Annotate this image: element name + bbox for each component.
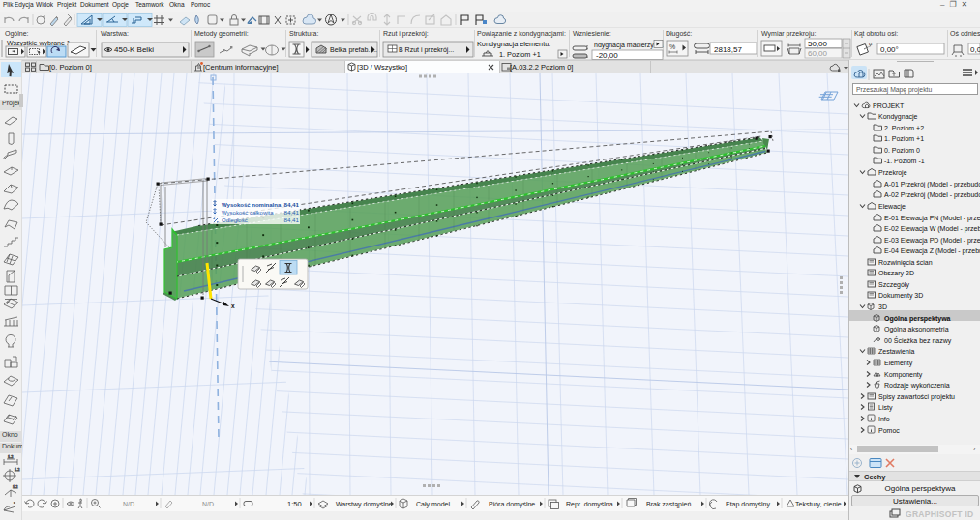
svg-text:Ogólna aksonometria: Ogólna aksonometria [884,326,949,333]
svg-text:Elewacje: Elewacje [878,203,906,211]
svg-text:Wysokość całkowita: Wysokość całkowita [222,210,274,216]
svg-text:Pióra domyślne: Pióra domyślne [489,501,535,508]
svg-text:Szczegóły: Szczegóły [878,281,909,289]
svg-text:0. Poziom 0: 0. Poziom 0 [884,147,920,154]
svg-text:B Rzut i przekrój...: B Rzut i przekrój... [399,46,454,54]
svg-text:α: α [869,41,873,46]
svg-text:50,00: 50,00 [808,40,828,48]
svg-text:Listy: Listy [878,404,893,412]
svg-text:60,00: 60,00 [808,49,828,58]
svg-text:2. Poziom +2: 2. Poziom +2 [884,125,924,131]
svg-text:1. Poziom +1: 1. Poziom +1 [499,50,541,59]
svg-text:Ogólna perspektywa: Ogólna perspektywa [884,315,951,323]
svg-text:1. Poziom +1: 1. Poziom +1 [884,135,924,142]
svg-text:Wysokość nominalna: Wysokość nominalna [222,202,282,208]
svg-text:84,41: 84,41 [284,201,300,208]
svg-text:Cały model: Cały model [416,501,450,508]
svg-text:Brak zastąpień: Brak zastąpień [646,501,691,508]
svg-text:0,00°: 0,00° [880,45,899,54]
svg-text:%: % [669,43,675,50]
svg-text:E-04 Elewacja Z (Model - przeb: E-04 Elewacja Z (Model - przebudow [884,247,980,255]
svg-text:-1. Poziom -1: -1. Poziom -1 [884,158,925,164]
svg-text:Belka prefab. ...: Belka prefab. ... [330,46,377,54]
svg-text:Rodzaje wykończenia: Rodzaje wykończenia [884,382,950,390]
svg-text:84,41: 84,41 [284,217,300,223]
svg-text:°: ° [14,501,15,506]
svg-text:Odległość: Odległość [222,217,248,223]
svg-text:Wszystkie wybrane 1: Wszystkie wybrane 1 [7,40,71,47]
svg-text:1.2: 1.2 [8,454,14,459]
svg-text:Elementy: Elementy [884,360,913,367]
svg-text:450-K Belki: 450-K Belki [114,45,154,54]
svg-text:A-02 Przekrój (Model - przebud: A-02 Przekrój (Model - przebudowani [884,191,980,199]
svg-text:Tekstury, cienie: Tekstury, cienie [795,501,842,508]
svg-text:Przekroje: Przekroje [878,169,907,177]
svg-text:Info: Info [878,416,890,422]
svg-text:Zestawienia: Zestawienia [878,348,914,355]
svg-text:0,0: 0,0 [970,45,980,54]
svg-text:Obszary 2D: Obszary 2D [878,270,914,277]
svg-text:Kondygnacje: Kondygnacje [878,113,918,121]
svg-text:Komponenty: Komponenty [884,371,923,379]
svg-text:E-02 Elewacja W (Model - przeb: E-02 Elewacja W (Model - przebudow [884,225,980,233]
svg-text:PROJEKT: PROJEKT [873,102,905,109]
svg-text:Kondygnacja elementu:: Kondygnacja elementu: [477,40,550,48]
svg-text:1.2: 1.2 [15,467,20,472]
svg-text:N/D: N/D [202,501,214,507]
svg-text:Pomoc: Pomoc [878,427,900,434]
svg-text:Dokumenty 3D: Dokumenty 3D [878,292,923,300]
svg-text:Warstwy domyślne: Warstwy domyślne [336,501,393,508]
svg-text:1:50: 1:50 [287,500,302,508]
svg-text:3D: 3D [878,303,887,310]
svg-text:N/D: N/D [123,501,134,507]
svg-text:ndygnacja macierzysta: ndygnacja macierzysta [594,42,663,49]
svg-text:00 Ścieżka bez nazwy: 00 Ścieżka bez nazwy [884,336,952,345]
svg-text:E-01 Elewacja PN (Model - prze: E-01 Elewacja PN (Model - przebudow [884,215,980,222]
svg-text:Repr. domyślna: Repr. domyślna [566,501,613,508]
svg-text:84,41: 84,41 [284,209,300,216]
svg-text:Spisy zawartości projektu: Spisy zawartości projektu [878,393,955,401]
svg-text:Etap domyślny: Etap domyślny [726,501,770,508]
svg-text:Rozwinięcia ścian: Rozwinięcia ścian [878,259,933,267]
svg-text:E-03 Elewacja PD (Model - prze: E-03 Elewacja PD (Model - przebudow [884,237,980,245]
svg-text:A-01 Przekrój (Model - przebud: A-01 Przekrój (Model - przebudowani [884,181,980,188]
svg-text:2818,57: 2818,57 [714,45,742,54]
svg-text:1.2: 1.2 [13,484,18,489]
svg-text:-20,00: -20,00 [596,51,618,60]
svg-text:x: x [231,303,235,309]
